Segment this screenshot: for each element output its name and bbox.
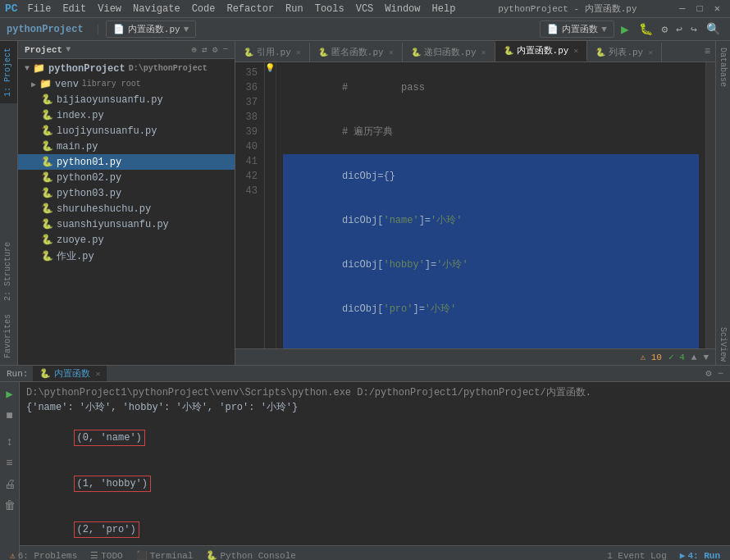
python-console-item[interactable]: 🐍 Python Console: [203, 550, 299, 560]
menu-edit[interactable]: Edit: [57, 2, 91, 16]
run-print-icon[interactable]: 🖨: [2, 476, 17, 493]
tab-close-2[interactable]: ✕: [481, 48, 486, 57]
sidebar-database[interactable]: Database: [717, 44, 729, 90]
minimize-button[interactable]: ─: [674, 3, 690, 15]
menu-navigate[interactable]: Navigate: [128, 2, 185, 16]
gear-icon[interactable]: ⚙: [705, 368, 711, 380]
tree-item-zuoye2[interactable]: 🐍 作业.py: [18, 248, 235, 265]
tree-item-python03[interactable]: 🐍 python03.py: [18, 185, 235, 201]
search-everywhere-button[interactable]: 🔍: [703, 22, 723, 36]
minimize-run-icon[interactable]: −: [718, 368, 723, 380]
terminal-item[interactable]: ⬛ Terminal: [133, 550, 197, 560]
tree-item-suanshi[interactable]: 🐍 suanshiyunsuanfu.py: [18, 216, 235, 232]
run-button[interactable]: ▶: [618, 21, 632, 38]
tree-item-shuru[interactable]: 🐍 shuruheshuchu.py: [18, 201, 235, 216]
gutter-38: [265, 107, 276, 121]
tab-close-4[interactable]: ✕: [648, 48, 653, 57]
tree-root[interactable]: ▼ 📁 pythonProject D:\pythonProject: [18, 61, 235, 76]
run-tab-close[interactable]: ✕: [95, 369, 100, 379]
file-label-index: index.py: [57, 110, 104, 121]
tree-item-luoji[interactable]: 🐍 luojiyunsuanfu.py: [18, 123, 235, 139]
tree-item-index[interactable]: 🐍 index.py: [18, 107, 235, 123]
tree-item-venv[interactable]: ▶ 📁 venv library root: [18, 76, 235, 92]
run-icon-status: ▶: [680, 550, 686, 560]
collapse-icon[interactable]: ⇄: [202, 44, 208, 55]
sidebar-sciview[interactable]: SciView: [717, 324, 729, 365]
tab-close-3[interactable]: ✕: [573, 46, 578, 56]
menu-help[interactable]: Help: [427, 2, 461, 16]
run-scroll-icon[interactable]: ≡: [4, 455, 14, 471]
todo-label: TODO: [101, 551, 122, 561]
run-status-item[interactable]: ▶ 4: Run: [677, 550, 723, 560]
tab-close-0[interactable]: ✕: [296, 48, 301, 57]
code-line-40: dicObj['pro']='小玲': [283, 287, 699, 331]
editor-tab-niminghan[interactable]: 🐍 匿名函数.py ✕: [310, 43, 403, 61]
toolbar-icon-3[interactable]: ↪: [688, 23, 700, 36]
toolbar-icon-1[interactable]: ⚙: [659, 23, 671, 36]
editor-tab-digui[interactable]: 🐍 递归函数.py ✕: [403, 43, 495, 61]
run-settings-icon[interactable]: ⚙ −: [705, 367, 723, 380]
run-tab[interactable]: 🐍 内置函数 ✕: [33, 366, 107, 381]
run-clear-icon[interactable]: 🗑: [2, 498, 17, 514]
tab-list-icon[interactable]: ≡: [700, 46, 715, 57]
collapse2-icon[interactable]: ▼: [703, 353, 709, 362]
expand-icon[interactable]: ▲: [691, 353, 697, 362]
tab-icon-1: 🐍: [318, 48, 328, 57]
venv-folder-icon: 📁: [39, 78, 52, 90]
menu-vcs[interactable]: VCS: [351, 2, 379, 16]
tree-item-bijiao[interactable]: 🐍 bijiaoyunsuanfu.py: [18, 92, 235, 107]
run-config-selector[interactable]: 📄 内置函数 ▼: [540, 20, 614, 38]
todo-item[interactable]: ☰ TODO: [87, 550, 125, 560]
run-play-icon[interactable]: ▶: [4, 385, 14, 403]
panel-header-icons: ⊕ ⇄ ⚙ −: [192, 44, 228, 55]
venv-sublabel: library root: [82, 80, 141, 89]
toolbar-icon-2[interactable]: ↩: [673, 23, 685, 36]
editor-tab-yinyong[interactable]: 🐍 引用.py ✕: [235, 43, 310, 61]
tab-close-1[interactable]: ✕: [389, 48, 394, 57]
maximize-button[interactable]: □: [692, 3, 708, 15]
code-area[interactable]: # pass # 遍历字典 dicObj={} dicObj['name']='…: [276, 62, 705, 348]
file-label-main: main.py: [57, 141, 98, 153]
menu-bar: PC File Edit View Navigate Code Refactor…: [0, 0, 730, 18]
menu-refactor[interactable]: Refactor: [221, 2, 279, 16]
line-num-43: 43: [242, 184, 258, 198]
add-icon[interactable]: ⊕: [192, 44, 198, 55]
toolbar: pythonProject | 📄 内置函数.py ▼ 📄 内置函数 ▼ ▶ 🐛…: [0, 18, 730, 41]
sidebar-item-structure[interactable]: 2: Structure: [0, 235, 17, 307]
close-button[interactable]: ✕: [709, 2, 725, 15]
editor-tab-liebiao[interactable]: 🐍 列表.py ✕: [587, 43, 662, 61]
python-console-label: Python Console: [220, 551, 295, 561]
breadcrumb-tab[interactable]: 📄 内置函数.py ▼: [106, 20, 196, 38]
debug-button[interactable]: 🐛: [636, 22, 656, 36]
file-label-bijiao: bijiaoyunsuanfu.py: [57, 94, 163, 106]
run-text-area[interactable]: D:\pythonProject1\pythonProject\venv\Scr…: [20, 382, 730, 560]
sidebar-item-favorites[interactable]: Favorites: [0, 307, 17, 365]
menu-run[interactable]: Run: [281, 2, 308, 16]
editor-tab-neizhi[interactable]: 🐍 内置函数.py ✕: [495, 41, 588, 61]
sidebar-item-project[interactable]: 1: Project: [0, 41, 17, 103]
menu-tools[interactable]: Tools: [310, 2, 349, 16]
close-panel-icon[interactable]: −: [222, 44, 228, 55]
tree-item-python02[interactable]: 🐍 python02.py: [18, 170, 235, 185]
file-label-suanshi: suanshiyunsuanfu.py: [57, 219, 169, 230]
settings-icon[interactable]: ⚙: [212, 44, 218, 55]
py-icon-bijiao: 🐍: [41, 93, 53, 106]
app-logo: PC: [5, 2, 18, 15]
run-output-2: (2, 'pro'): [26, 507, 723, 553]
menu-view[interactable]: View: [93, 2, 126, 16]
editor-content[interactable]: 35 36 37 38 39 40 41 42 43 💡: [235, 62, 715, 348]
problems-item[interactable]: ⚠ 6: Problems: [7, 550, 80, 560]
menu-window[interactable]: Window: [380, 2, 425, 16]
tab-label-0: 引用.py: [257, 46, 291, 58]
py-icon-shuru: 🐍: [41, 203, 53, 215]
tree-item-python01[interactable]: 🐍 python01.py: [18, 154, 235, 170]
py-icon-zuoye: 🐍: [41, 234, 53, 246]
run-stop-icon[interactable]: ■: [4, 407, 14, 424]
tree-item-main[interactable]: 🐍 main.py: [18, 139, 235, 154]
run-rerun-icon[interactable]: ↕: [4, 434, 14, 450]
gutter-39: [265, 121, 276, 136]
menu-code[interactable]: Code: [187, 2, 221, 16]
tree-item-zuoye[interactable]: 🐍 zuoye.py: [18, 232, 235, 248]
event-log-item[interactable]: 1 Event Log: [604, 551, 670, 561]
menu-file[interactable]: File: [23, 2, 57, 16]
